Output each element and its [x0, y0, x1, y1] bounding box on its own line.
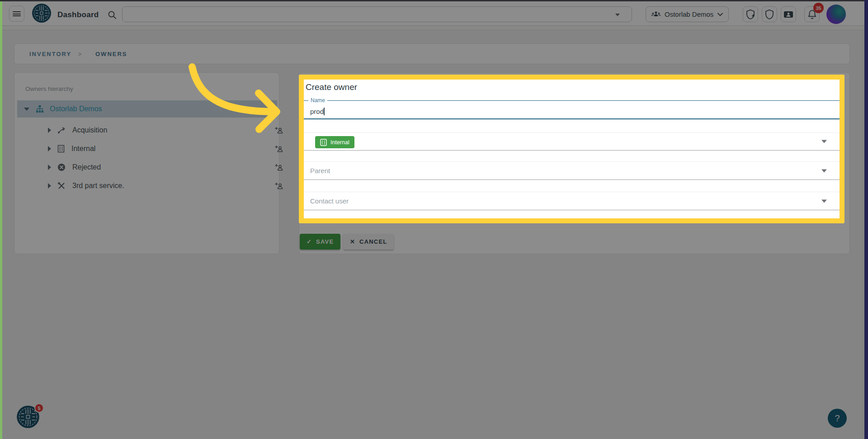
shield-icon [765, 9, 774, 19]
name-field-underline [304, 118, 840, 119]
scans-button[interactable] [762, 6, 777, 22]
menu-button[interactable] [9, 6, 24, 22]
text-cursor [324, 108, 325, 115]
top-navbar: Dashboard Ostorlab Demos [0, 1, 868, 26]
search-icon[interactable] [108, 10, 117, 19]
breadcrumb-item-inventory[interactable]: INVENTORY [29, 51, 71, 57]
contact-user-placeholder: Contact user [310, 197, 349, 205]
ostorlab-logo [32, 3, 52, 23]
save-button[interactable]: ✓ SAVE [300, 234, 340, 250]
dropdown-caret-icon[interactable] [821, 169, 827, 172]
window-top-edge [0, 0, 868, 1]
organization-selector-button[interactable]: Ostorlab Demos [646, 6, 729, 22]
tree-root-label: Ostorlab Demos [50, 105, 102, 113]
owners-hierarchy-title: Owners hierarchy [25, 85, 73, 92]
rejected-icon [57, 163, 66, 171]
name-field-label: Name [308, 97, 327, 104]
tree-row-3rd-part-service[interactable]: 3rd part service. [31, 177, 291, 194]
hamburger-icon [13, 10, 21, 18]
page-title: Dashboard [57, 10, 99, 19]
cancel-button-label: CANCEL [359, 238, 387, 245]
contact-user-select[interactable]: Contact user [304, 192, 840, 210]
parent-select[interactable]: Parent [304, 161, 840, 180]
hierarchy-icon [36, 105, 44, 113]
name-input[interactable]: prod [310, 108, 325, 116]
tree-row-root[interactable]: Ostorlab Demos [17, 100, 277, 118]
close-icon: ✕ [350, 238, 355, 245]
tree-item-label: Acquisition [72, 126, 107, 134]
tools-icon [57, 182, 66, 190]
check-icon: ✓ [307, 238, 312, 245]
notification-count-badge: 35 [813, 3, 824, 13]
owner-type-select[interactable]: Internal [304, 132, 840, 151]
shield-plus-icon [746, 9, 755, 19]
user-avatar[interactable] [826, 5, 846, 24]
owners-hierarchy-panel: Owners hierarchy Ostorlab Demos Acquisit… [14, 72, 279, 254]
new-scan-button[interactable] [743, 6, 758, 22]
name-input-value: prod [310, 108, 324, 115]
tree-item-label: Rejected [72, 163, 101, 171]
building-icon [57, 145, 65, 153]
tree-row-internal[interactable]: Internal [31, 140, 291, 157]
caret-right-icon[interactable] [48, 165, 51, 170]
chat-unread-badge: 5 [34, 403, 44, 413]
contacts-button[interactable] [781, 6, 796, 22]
add-member-icon[interactable] [274, 182, 283, 189]
caret-right-icon[interactable] [48, 183, 51, 189]
tree-item-label: 3rd part service. [72, 182, 124, 190]
tree-row-acquisition[interactable]: Acquisition [31, 122, 291, 139]
add-member-icon[interactable] [274, 164, 283, 171]
contact-card-icon [783, 10, 793, 19]
save-button-label: SAVE [316, 238, 334, 245]
help-button[interactable]: ? [828, 409, 847, 428]
people-icon [651, 11, 660, 18]
search-dropdown-caret-icon[interactable] [615, 14, 620, 16]
building-icon [320, 139, 327, 146]
question-icon: ? [835, 413, 840, 424]
caret-down-icon[interactable] [24, 108, 29, 111]
type-chip-label: Internal [330, 139, 349, 146]
global-search-input[interactable] [122, 6, 632, 22]
navbar-shadow-band [0, 26, 868, 30]
breadcrumb: INVENTORY > OWNERS [14, 43, 850, 64]
add-member-icon[interactable] [274, 127, 283, 134]
caret-right-icon[interactable] [48, 127, 51, 133]
chat-widget-button[interactable]: 5 [16, 405, 44, 431]
tree-row-rejected[interactable]: Rejected [31, 159, 291, 176]
breadcrumb-item-owners[interactable]: OWNERS [95, 51, 127, 57]
dropdown-caret-icon[interactable] [821, 199, 827, 203]
create-owner-title: Create owner [306, 82, 357, 92]
type-chip-internal[interactable]: Internal [315, 136, 354, 148]
window-right-edge [864, 0, 868, 439]
caret-right-icon[interactable] [48, 146, 51, 151]
parent-select-placeholder: Parent [310, 167, 330, 175]
dropdown-caret-icon[interactable] [821, 140, 827, 143]
cancel-button[interactable]: ✕ CANCEL [343, 234, 394, 250]
name-field-outline [304, 100, 840, 101]
add-member-icon[interactable] [274, 145, 283, 152]
tree-item-label: Internal [71, 145, 95, 153]
merge-icon [57, 127, 66, 134]
chevron-down-icon [717, 13, 723, 16]
breadcrumb-separator: > [78, 51, 81, 57]
organization-name: Ostorlab Demos [665, 10, 713, 18]
window-left-edge [0, 1, 2, 439]
